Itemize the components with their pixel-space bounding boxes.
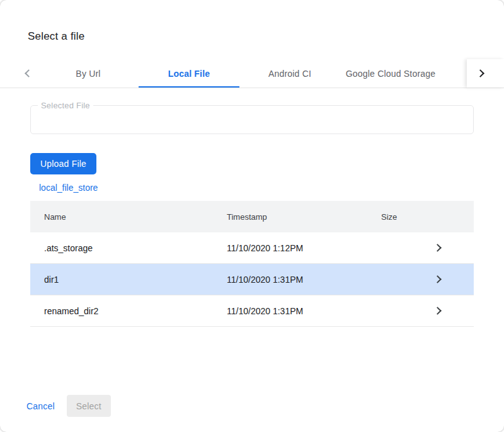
cell-name: .ats_storage [30, 243, 213, 253]
file-table: Name Timestamp Size .ats_storage 11/10/2… [30, 201, 474, 327]
table-row[interactable]: dir1 11/10/2020 1:31PM [30, 264, 474, 295]
chevron-right-icon [433, 275, 442, 283]
cell-timestamp: 11/10/2020 1:31PM [213, 275, 370, 285]
cell-name: dir1 [30, 275, 213, 285]
tabs-scroll-next-button[interactable] [467, 59, 504, 88]
tab-by-url[interactable]: By Url [38, 59, 139, 88]
column-header-timestamp: Timestamp [213, 212, 370, 222]
cell-timestamp: 11/10/2020 1:31PM [213, 306, 370, 316]
cancel-button[interactable]: Cancel [19, 396, 62, 416]
file-table-body: .ats_storage 11/10/2020 1:12PM dir1 11/1… [30, 232, 474, 327]
chevron-left-icon [25, 69, 33, 77]
selected-file-field: Selected File [30, 105, 474, 134]
chevron-right-icon [476, 69, 484, 77]
open-folder-button[interactable] [433, 276, 474, 282]
select-file-dialog: Select a file By Url Local File Android … [0, 0, 504, 432]
column-header-size: Size [370, 212, 433, 222]
tab-android-ci[interactable]: Android CI [239, 59, 340, 88]
tab-google-cloud-storage[interactable]: Google Cloud Storage [340, 59, 441, 88]
file-table-header: Name Timestamp Size [30, 201, 474, 232]
table-row[interactable]: renamed_dir2 11/10/2020 1:31PM [30, 295, 474, 327]
table-row[interactable]: .ats_storage 11/10/2020 1:12PM [30, 232, 474, 264]
column-header-name: Name [30, 212, 213, 222]
selected-file-input[interactable] [31, 106, 473, 134]
local-file-store-link[interactable]: local_file_store [39, 183, 98, 193]
dialog-title: Select a file [28, 30, 504, 43]
tabs-scroll-prev-button[interactable] [0, 59, 38, 88]
selected-file-label: Selected File [38, 101, 93, 110]
tab-list: By Url Local File Android CI Google Clou… [38, 59, 467, 88]
cell-timestamp: 11/10/2020 1:12PM [213, 243, 370, 253]
chevron-right-icon [433, 307, 442, 315]
tab-panel-local-file: Selected File Upload File local_file_sto… [0, 105, 504, 327]
upload-file-button[interactable]: Upload File [30, 153, 96, 174]
open-folder-button[interactable] [433, 308, 474, 314]
open-folder-button[interactable] [433, 245, 474, 251]
dialog-footer: Cancel Select [0, 395, 504, 432]
tab-bar: By Url Local File Android CI Google Clou… [0, 59, 504, 88]
cell-name: renamed_dir2 [30, 306, 213, 316]
select-button[interactable]: Select [67, 395, 111, 417]
chevron-right-icon [433, 244, 442, 252]
tab-local-file[interactable]: Local File [139, 59, 239, 88]
